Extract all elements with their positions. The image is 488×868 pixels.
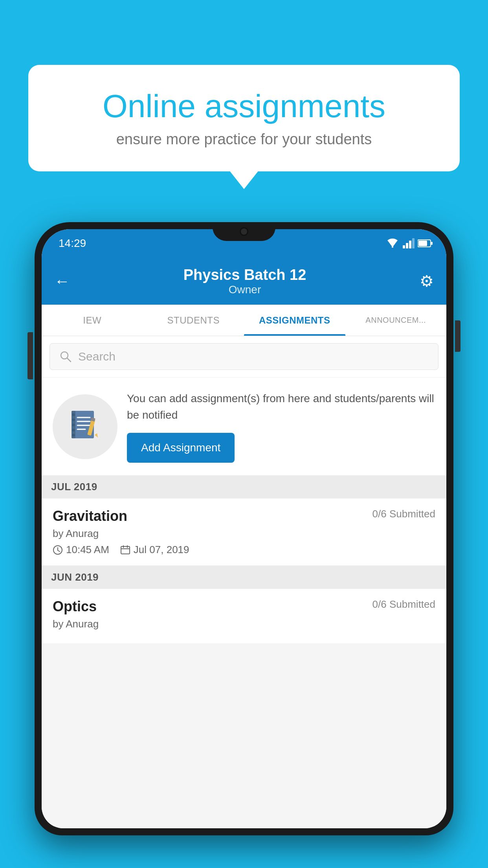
assignment-submitted-gravitation: 0/6 Submitted (372, 508, 435, 520)
assignment-by-gravitation: by Anurag (53, 528, 435, 540)
speech-bubble-container: Online assignments ensure more practice … (28, 65, 460, 171)
search-icon (59, 350, 72, 363)
header-subtitle: Owner (70, 283, 420, 296)
svg-line-26 (58, 550, 60, 552)
svg-point-17 (72, 419, 75, 421)
svg-rect-1 (403, 245, 405, 248)
section-header-jun: JUN 2019 (42, 566, 446, 589)
battery-icon (418, 239, 433, 248)
info-text-area: You can add assignment(s) from here and … (127, 390, 435, 463)
svg-rect-6 (418, 241, 427, 246)
phone-outer: 14:29 (35, 222, 453, 835)
search-container: Search (42, 336, 446, 377)
search-bar[interactable]: Search (50, 343, 438, 370)
add-assignment-button[interactable]: Add Assignment (127, 433, 235, 463)
tab-announcements[interactable]: ANNOUNCEM... (345, 305, 447, 336)
calendar-icon (120, 545, 130, 555)
bubble-subtitle: ensure more practice for your students (56, 131, 432, 148)
assignment-item-header: Gravitation 0/6 Submitted (53, 508, 435, 524)
svg-marker-22 (94, 433, 99, 438)
tabs-bar: IEW STUDENTS ASSIGNMENTS ANNOUNCEM... (42, 305, 446, 336)
svg-rect-2 (406, 243, 408, 248)
notebook-icon (70, 409, 101, 444)
assignment-item-gravitation[interactable]: Gravitation 0/6 Submitted by Anurag 10:4… (42, 498, 446, 566)
phone-mockup: 14:29 (35, 222, 453, 868)
tab-assignments[interactable]: ASSIGNMENTS (244, 305, 345, 336)
assignment-date-gravitation: Jul 07, 2019 (120, 544, 189, 556)
section-header-jul: JUL 2019 (42, 475, 446, 498)
svg-point-0 (392, 246, 393, 248)
assignment-meta-gravitation: 10:45 AM Jul 07, 2019 (53, 544, 435, 556)
svg-point-19 (72, 429, 75, 432)
bubble-title: Online assignments (56, 88, 432, 124)
info-description: You can add assignment(s) from here and … (127, 390, 435, 423)
header-title-group: Physics Batch 12 Owner (70, 267, 420, 296)
status-icons (385, 238, 433, 248)
tab-students[interactable]: STUDENTS (143, 305, 244, 336)
assignment-time-gravitation: 10:45 AM (53, 544, 109, 556)
svg-rect-7 (431, 242, 433, 245)
settings-button[interactable]: ⚙ (420, 272, 434, 290)
assignment-icon-circle (53, 394, 117, 459)
svg-rect-3 (409, 241, 411, 248)
svg-point-20 (72, 434, 75, 437)
notch (213, 222, 275, 241)
camera (240, 227, 248, 236)
phone-screen: 14:29 (42, 229, 446, 828)
assignment-by-optics: by Anurag (53, 618, 435, 630)
assignment-item-optics[interactable]: Optics 0/6 Submitted by Anurag (42, 589, 446, 644)
assignment-submitted-optics: 0/6 Submitted (372, 598, 435, 611)
svg-rect-27 (121, 546, 130, 554)
wifi-icon (385, 238, 400, 248)
svg-point-16 (72, 414, 75, 416)
svg-point-18 (72, 424, 75, 427)
clock-icon (53, 545, 63, 555)
assignment-item-header-optics: Optics 0/6 Submitted (53, 598, 435, 615)
status-time: 14:29 (55, 237, 86, 250)
assignment-name-gravitation: Gravitation (53, 508, 127, 524)
back-button[interactable]: ← (54, 272, 70, 290)
signal-icon (403, 238, 415, 248)
assignment-name-optics: Optics (53, 598, 97, 615)
info-card: You can add assignment(s) from here and … (42, 378, 446, 475)
svg-line-9 (67, 358, 71, 362)
speech-bubble: Online assignments ensure more practice … (28, 65, 460, 171)
screen-content: Search (42, 336, 446, 828)
tab-iew[interactable]: IEW (42, 305, 143, 336)
search-placeholder: Search (78, 350, 116, 363)
svg-rect-4 (412, 238, 415, 248)
header-title: Physics Batch 12 (70, 267, 420, 283)
app-header: ← Physics Batch 12 Owner ⚙ (42, 257, 446, 305)
